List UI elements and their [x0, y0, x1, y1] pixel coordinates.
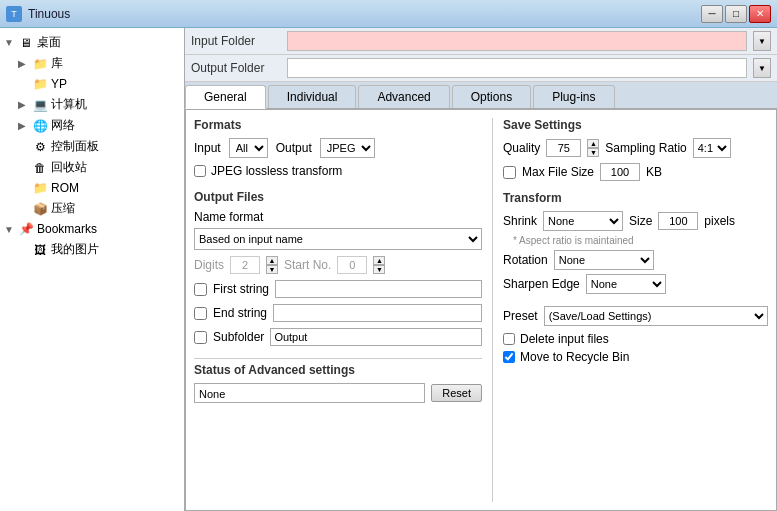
input-folder-dropdown[interactable]: ▼: [753, 31, 771, 51]
digits-up[interactable]: ▲: [266, 256, 278, 265]
sidebar-item-control[interactable]: ⚙ 控制面板: [0, 136, 184, 157]
shrink-select[interactable]: None: [543, 211, 623, 231]
jpeg-lossless-row: JPEG lossless transform: [194, 164, 482, 178]
sidebar-item-mypic[interactable]: 🖼 我的图片: [0, 239, 184, 260]
formats-section: Formats Input All Output JPEG JPEG los: [194, 118, 482, 178]
transform-title: Transform: [503, 191, 768, 205]
maxfile-checkbox[interactable]: [503, 166, 516, 179]
titlebar-left: T Tinuous: [6, 6, 70, 22]
digits-down[interactable]: ▼: [266, 265, 278, 274]
preset-select[interactable]: (Save/Load Settings): [544, 306, 768, 326]
output-folder-field[interactable]: [287, 58, 747, 78]
folder-icon: 📁: [32, 180, 48, 196]
reset-button[interactable]: Reset: [431, 384, 482, 402]
first-string-input[interactable]: [275, 280, 482, 298]
folder-icon: 📁: [32, 76, 48, 92]
minimize-button[interactable]: ─: [701, 5, 723, 23]
subfolder-input[interactable]: [270, 328, 482, 346]
close-button[interactable]: ✕: [749, 5, 771, 23]
sidebar-item-recycle[interactable]: 🗑 回收站: [0, 157, 184, 178]
sidebar-item-compress[interactable]: 📦 压缩: [0, 198, 184, 219]
digits-row: Digits ▲ ▼ Start No. ▲ ▼: [194, 256, 482, 274]
expand-icon: ▶: [18, 58, 32, 69]
first-string-row: First string: [194, 280, 482, 298]
expand-icon: ▼: [4, 37, 18, 48]
sidebar-item-rom[interactable]: 📁 ROM: [0, 178, 184, 198]
size-input[interactable]: [658, 212, 698, 230]
sidebar-item-bookmarks[interactable]: ▼ 📌 Bookmarks: [0, 219, 184, 239]
sharpen-row: Sharpen Edge None: [503, 274, 768, 294]
move-recycle-row: Move to Recycle Bin: [503, 350, 768, 364]
quality-spinner: ▲ ▼: [587, 139, 599, 157]
compress-icon: 📦: [32, 201, 48, 217]
sampling-select[interactable]: 4:1: [693, 138, 731, 158]
sidebar-item-network[interactable]: ▶ 🌐 网络: [0, 115, 184, 136]
sidebar: ▼ 🖥 桌面 ▶ 📁 库 📁 YP ▶ 💻 计算机 ▶ 🌐 网络 ⚙ 控制面板: [0, 28, 185, 511]
sidebar-item-ku[interactable]: ▶ 📁 库: [0, 53, 184, 74]
sharpen-select[interactable]: None: [586, 274, 666, 294]
input-folder-field[interactable]: [287, 31, 747, 51]
output-files-section: Output Files Name format Based on input …: [194, 190, 482, 346]
end-string-label: End string: [213, 306, 267, 320]
computer-icon: 💻: [32, 97, 48, 113]
tab-individual[interactable]: Individual: [268, 85, 357, 108]
quality-label: Quality: [503, 141, 540, 155]
start-no-input[interactable]: [337, 256, 367, 274]
sidebar-item-desktop[interactable]: ▼ 🖥 桌面: [0, 32, 184, 53]
rotation-label: Rotation: [503, 253, 548, 267]
panel: Formats Input All Output JPEG JPEG los: [185, 109, 777, 511]
sampling-label: Sampling Ratio: [605, 141, 686, 155]
main-layout: ▼ 🖥 桌面 ▶ 📁 库 📁 YP ▶ 💻 计算机 ▶ 🌐 网络 ⚙ 控制面板: [0, 28, 777, 511]
window-controls: ─ □ ✕: [701, 5, 771, 23]
input-folder-row: Input Folder ▼: [185, 28, 777, 55]
quality-down[interactable]: ▼: [587, 148, 599, 157]
maxfile-input[interactable]: [600, 163, 640, 181]
panel-right: Save Settings Quality ▲ ▼ Sampling Ratio…: [503, 118, 768, 502]
end-string-input[interactable]: [273, 304, 482, 322]
quality-row: Quality ▲ ▼ Sampling Ratio 4:1: [503, 138, 768, 158]
name-format-select[interactable]: Based on input name: [194, 228, 482, 250]
subfolder-checkbox[interactable]: [194, 331, 207, 344]
tab-options[interactable]: Options: [452, 85, 531, 108]
end-string-checkbox[interactable]: [194, 307, 207, 320]
tab-plugins[interactable]: Plug-ins: [533, 85, 614, 108]
expand-icon: ▼: [4, 224, 18, 235]
desktop-icon: 🖥: [18, 35, 34, 51]
output-folder-label: Output Folder: [191, 61, 281, 75]
rotation-select[interactable]: None: [554, 250, 654, 270]
sharpen-label: Sharpen Edge: [503, 277, 580, 291]
maximize-button[interactable]: □: [725, 5, 747, 23]
delete-files-checkbox[interactable]: [503, 333, 515, 345]
output-folder-dropdown[interactable]: ▼: [753, 58, 771, 78]
size-unit: pixels: [704, 214, 735, 228]
output-format-label: Output: [276, 141, 312, 155]
start-no-down[interactable]: ▼: [373, 265, 385, 274]
sidebar-item-yp[interactable]: 📁 YP: [0, 74, 184, 94]
subfolder-row: Subfolder: [194, 328, 482, 346]
status-bar: None Reset: [194, 383, 482, 403]
quality-up[interactable]: ▲: [587, 139, 599, 148]
bookmarks-icon: 📌: [18, 221, 34, 237]
output-format-select[interactable]: JPEG: [320, 138, 375, 158]
recycle-icon: 🗑: [32, 160, 48, 176]
status-value: None: [194, 383, 425, 403]
jpeg-lossless-label: JPEG lossless transform: [211, 164, 342, 178]
move-recycle-checkbox[interactable]: [503, 351, 515, 363]
digits-input[interactable]: [230, 256, 260, 274]
quality-input[interactable]: [546, 139, 581, 157]
jpeg-lossless-checkbox[interactable]: [194, 165, 206, 177]
input-format-select[interactable]: All: [229, 138, 268, 158]
sidebar-item-computer[interactable]: ▶ 💻 计算机: [0, 94, 184, 115]
tab-advanced[interactable]: Advanced: [358, 85, 449, 108]
delete-files-label: Delete input files: [520, 332, 609, 346]
transform-section: Transform Shrink None Size pixels * Aspe…: [503, 191, 768, 294]
status-title: Status of Advanced settings: [194, 363, 482, 377]
save-settings-section: Save Settings Quality ▲ ▼ Sampling Ratio…: [503, 118, 768, 181]
size-label: Size: [629, 214, 652, 228]
save-settings-title: Save Settings: [503, 118, 768, 132]
panel-left: Formats Input All Output JPEG JPEG los: [194, 118, 482, 502]
preset-row: Preset (Save/Load Settings): [503, 306, 768, 326]
start-no-up[interactable]: ▲: [373, 256, 385, 265]
first-string-checkbox[interactable]: [194, 283, 207, 296]
tab-general[interactable]: General: [185, 85, 266, 109]
